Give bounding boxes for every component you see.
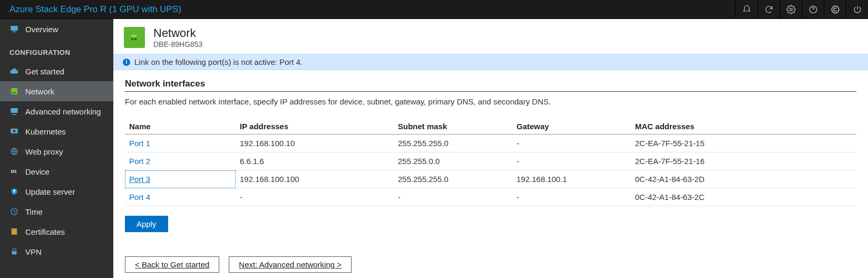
- device-icon: [9, 167, 19, 176]
- advanced-networking-icon: [9, 107, 19, 116]
- svg-rect-3: [11, 26, 18, 31]
- section-description: For each enabled network interface, spec…: [125, 97, 856, 106]
- info-icon: i: [123, 59, 130, 66]
- th-name: Name: [125, 119, 236, 135]
- sidebar-item-advanced-networking[interactable]: Advanced networking: [0, 101, 113, 121]
- sidebar-item-get-started[interactable]: Get started: [0, 61, 113, 81]
- clock-icon: [9, 207, 19, 216]
- svg-point-2: [832, 6, 839, 13]
- help-icon[interactable]: [802, 0, 824, 18]
- topbar-icons: [735, 0, 868, 18]
- svg-rect-8: [11, 108, 18, 113]
- sidebar-label: VPN: [25, 247, 42, 256]
- svg-rect-13: [13, 170, 14, 173]
- svg-rect-14: [15, 170, 16, 173]
- sidebar-label: Time: [25, 207, 43, 216]
- cell-mac: 0C-42-A1-84-63-2C: [631, 188, 856, 206]
- cell-ip: -: [236, 188, 394, 206]
- sidebar-item-device[interactable]: Device: [0, 161, 113, 181]
- svg-rect-6: [12, 92, 13, 93]
- sidebar-label: Update server: [25, 187, 75, 196]
- port-link[interactable]: Port 3: [125, 170, 236, 188]
- kubernetes-icon: [9, 127, 19, 136]
- svg-rect-18: [12, 251, 17, 254]
- table-row: Port 1 192.168.100.10 255.255.255.0 - 2C…: [125, 135, 856, 152]
- sidebar-label: Advanced networking: [25, 107, 101, 116]
- svg-rect-22: [131, 35, 136, 37]
- page-header: Network DBE-89HG853: [113, 19, 868, 54]
- svg-rect-5: [11, 88, 17, 94]
- svg-point-0: [789, 8, 792, 11]
- sidebar-item-time[interactable]: Time: [0, 202, 113, 222]
- svg-point-10: [13, 130, 16, 132]
- svg-rect-21: [134, 38, 136, 40]
- sidebar-label: Get started: [25, 67, 64, 76]
- power-icon[interactable]: [846, 0, 868, 18]
- table-row: Port 2 6.6.1.6 255.255.0.0 - 2C-EA-7F-55…: [125, 152, 856, 170]
- sidebar: Overview CONFIGURATION Get started Netwo…: [0, 19, 113, 278]
- next-button[interactable]: Next: Advanced networking >: [229, 256, 352, 273]
- cell-subnet: -: [394, 188, 512, 206]
- sidebar-item-vpn[interactable]: VPN: [0, 242, 113, 262]
- back-button[interactable]: < Back to Get started: [125, 256, 219, 273]
- sidebar-label: Device: [25, 167, 50, 176]
- sidebar-label: Overview: [25, 25, 58, 34]
- network-icon: [9, 87, 19, 96]
- th-subnet: Subnet mask: [394, 119, 512, 135]
- page-subtitle: DBE-89HG853: [153, 40, 202, 49]
- alert-banner: i Link on the following port(s) is not a…: [113, 54, 868, 70]
- overview-icon: [9, 24, 19, 34]
- main-content: Network DBE-89HG853 i Link on the follow…: [113, 19, 868, 278]
- sidebar-label: Network: [25, 87, 54, 96]
- th-ip: IP addresses: [236, 119, 394, 135]
- cell-gateway: 192.168.100.1: [512, 170, 631, 188]
- copyright-icon[interactable]: [824, 0, 846, 18]
- update-icon: [9, 187, 19, 196]
- svg-rect-12: [11, 170, 12, 173]
- cell-subnet: 255.255.0.0: [394, 152, 512, 170]
- sidebar-item-kubernetes[interactable]: Kubernetes: [0, 121, 113, 141]
- cell-gateway: -: [512, 135, 631, 152]
- svg-rect-7: [14, 92, 15, 93]
- cell-subnet: 255.255.255.0: [394, 135, 512, 152]
- cell-gateway: -: [512, 152, 631, 170]
- cell-ip: 192.168.100.10: [236, 135, 394, 152]
- svg-rect-17: [12, 228, 17, 235]
- sidebar-section-header: CONFIGURATION: [0, 39, 113, 61]
- table-row: Port 3 192.168.100.100 255.255.255.0 192…: [125, 170, 856, 188]
- page-title: Network: [153, 26, 202, 40]
- cell-mac: 2C-EA-7F-55-21-16: [631, 152, 856, 170]
- section-title: Network interfaces: [125, 79, 856, 92]
- svg-rect-20: [131, 38, 133, 40]
- refresh-icon[interactable]: [757, 0, 779, 18]
- sidebar-item-overview[interactable]: Overview: [0, 19, 113, 39]
- svg-rect-19: [130, 33, 139, 42]
- port-link[interactable]: Port 2: [125, 152, 236, 170]
- apply-button[interactable]: Apply: [125, 216, 168, 232]
- footer-nav: < Back to Get started Next: Advanced net…: [113, 251, 868, 278]
- svg-rect-4: [13, 32, 16, 33]
- globe-icon: [9, 147, 19, 156]
- cell-mac: 0C-42-A1-84-63-2D: [631, 170, 856, 188]
- th-gateway: Gateway: [512, 119, 631, 135]
- settings-icon[interactable]: [779, 0, 802, 18]
- sidebar-item-network[interactable]: Network: [0, 81, 113, 101]
- cell-ip: 192.168.100.100: [236, 170, 394, 188]
- topbar-title: Azure Stack Edge Pro R (1 GPU with UPS): [9, 4, 181, 15]
- sidebar-item-update-server[interactable]: Update server: [0, 181, 113, 202]
- cloud-icon: [9, 66, 19, 76]
- certificate-icon: [9, 227, 19, 236]
- sidebar-item-certificates[interactable]: Certificates: [0, 222, 113, 242]
- sidebar-label: Kubernetes: [25, 127, 66, 136]
- port-link[interactable]: Port 1: [125, 135, 236, 152]
- cell-gateway: -: [512, 188, 631, 206]
- cell-mac: 2C-EA-7F-55-21-15: [631, 135, 856, 152]
- th-mac: MAC addresses: [631, 119, 856, 135]
- port-link[interactable]: Port 4: [125, 188, 236, 206]
- topbar: Azure Stack Edge Pro R (1 GPU with UPS): [0, 0, 868, 19]
- alert-text: Link on the following port(s) is not act…: [134, 57, 303, 66]
- sidebar-item-web-proxy[interactable]: Web proxy: [0, 141, 113, 161]
- notifications-icon[interactable]: [735, 0, 757, 18]
- cell-ip: 6.6.1.6: [236, 152, 394, 170]
- table-row: Port 4 - - - 0C-42-A1-84-63-2C: [125, 188, 856, 206]
